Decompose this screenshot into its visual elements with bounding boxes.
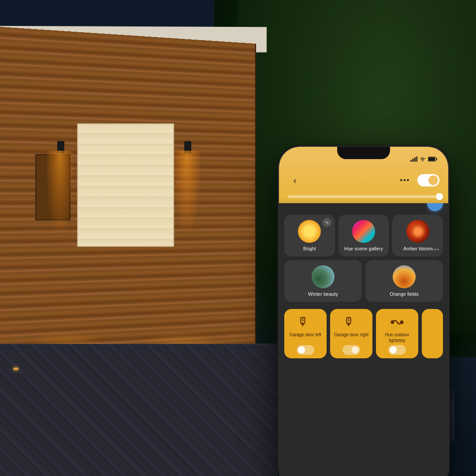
garage-right-icon [343,314,359,330]
light-toggle-lightstrip[interactable] [388,345,406,355]
scene-img-hue [352,220,375,243]
phone-frame: ‹ ••• Bright [278,145,450,476]
scenes-grid-top: Bright ✎ Hue scene gallery [284,215,443,257]
notch [337,147,390,159]
svg-rect-3 [416,156,418,162]
svg-rect-6 [436,158,437,160]
lights-grid: Garage door left [284,309,443,358]
light-card-partial [422,309,443,358]
svg-rect-5 [428,157,435,161]
light-card-lightstrip[interactable]: Hue outdoor lightstrip [376,309,418,358]
add-scene-button[interactable] [427,203,443,211]
scene-img-amber [406,220,429,243]
light-name-garage-left: Garage door left [290,332,321,343]
status-icons [410,153,438,162]
app-screen: ‹ ••• Bright [279,147,448,476]
light-card-garage-right[interactable]: Garage door right [330,309,372,358]
scene-img-orange [393,265,416,288]
svg-rect-7 [301,317,305,323]
phone: ‹ ••• Bright [278,145,450,476]
signal-icon [410,156,417,162]
scene-name-winter: Winter beauty [308,291,338,297]
scene-img-winter [312,265,335,288]
back-button[interactable]: ‹ [288,173,302,187]
scenes-grid-bottom: Winter beauty Orange fields [284,260,443,302]
light-toggle-garage-left[interactable] [297,345,314,355]
lightstrip-icon [389,314,405,330]
svg-rect-11 [346,317,350,323]
room-toggle[interactable] [417,174,439,186]
light-toggle-garage-right[interactable] [342,345,360,355]
light-card-garage-left[interactable]: Garage door left [284,309,327,358]
svg-point-15 [391,321,394,323]
more-options-button[interactable]: ••• [398,173,412,187]
scene-card-bright[interactable]: Bright ✎ [284,215,335,257]
svg-point-16 [401,321,403,323]
scene-img-bright [298,220,321,243]
battery-icon [428,156,438,162]
ground-marker-light [13,368,19,370]
scene-name-amber: Amber bloom [403,245,432,252]
app-header: ‹ ••• [279,168,448,193]
light-name-garage-right: Garage door right [334,332,368,343]
brightness-knob [436,193,443,200]
scene-card-orange[interactable]: Orange fields [365,260,443,302]
brightness-slider[interactable] [288,195,439,198]
svg-rect-2 [414,157,416,162]
amber-flower [411,224,425,238]
svg-rect-0 [410,160,412,162]
scroll-area[interactable]: Bright ✎ Hue scene gallery [279,203,448,476]
scene-card-winter[interactable]: Winter beauty [284,260,362,302]
light-glow-1 [47,151,73,230]
amber-more-dots[interactable]: ••• [431,246,439,253]
light-glow-2 [174,151,200,230]
driveway [0,344,278,476]
light-name-lightstrip: Hue outdoor lightstrip [379,332,415,343]
scene-card-amber[interactable]: Amber bloom ••• [392,215,443,257]
garage-left-icon [298,314,313,330]
wifi-icon [420,156,426,162]
scene-name-orange: Orange fields [390,291,418,297]
garage-door [77,123,174,247]
scene-card-hue[interactable]: Hue scene gallery [338,215,389,257]
scene-name-hue: Hue scene gallery [344,245,383,252]
svg-rect-1 [413,159,414,162]
scene-name-bright: Bright [303,245,316,252]
edit-icon-bright[interactable]: ✎ [323,218,331,227]
